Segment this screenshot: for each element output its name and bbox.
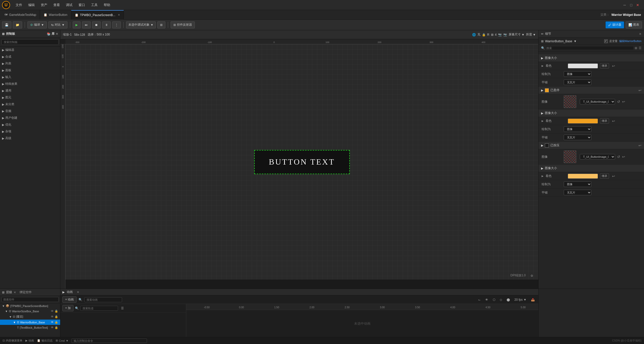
add-track-button[interactable]: + 加 <box>62 305 73 311</box>
category-misc2[interactable]: ▶ 杂项 <box>0 128 60 135</box>
hovered-reset[interactable]: ↩ <box>638 88 641 92</box>
edit-warrior-btn[interactable]: 编辑WarriorButton <box>619 39 641 43</box>
anim-close-button[interactable]: ✕ <box>77 290 79 294</box>
color1-swatch[interactable] <box>568 63 598 68</box>
section-image-size-2[interactable]: ▶ 图像大小 <box>539 109 644 117</box>
text-lock-icon[interactable]: 🔒 <box>55 326 58 329</box>
drawas2-select[interactable]: 图像 <box>564 126 591 132</box>
category-primitive[interactable]: ▶ 图元 <box>0 94 60 101</box>
color3-expand[interactable]: ▶ <box>542 175 544 177</box>
overlay-vis-icon[interactable]: 👁 <box>51 315 54 318</box>
status-output[interactable]: 📋 输出日志 <box>37 339 53 342</box>
props-filter-icon[interactable]: ☰ <box>639 46 641 50</box>
cmd-input[interactable] <box>71 338 147 343</box>
menu-item-tools[interactable]: 工具 <box>89 2 100 8</box>
tab-close-button[interactable]: ✕ <box>118 13 120 17</box>
text-vis-icon[interactable]: 👁 <box>51 326 54 329</box>
tab-pausescreen[interactable]: 📋 TPWBO_PauseScreenB... ✕ <box>71 10 124 20</box>
section-pressed[interactable]: ▶ 已按压 ↩ <box>539 142 644 149</box>
anim-tool-4[interactable]: ◇ <box>498 297 504 302</box>
anim-tool-1[interactable]: ⌙ <box>477 297 482 302</box>
layer-item-sizebox[interactable]: ▼ ⊡ WarriorSizeBox_Base 👁 🔒 <box>0 309 60 314</box>
track-search-input[interactable] <box>80 306 118 311</box>
section-hovered[interactable]: ▶ 已悬停 ↩ <box>539 87 644 94</box>
track-filter-icon[interactable]: ☰ <box>120 306 125 311</box>
layer-item-root[interactable]: ▼ 📦 [TPWBO_PauseScreenButton] <box>0 303 60 309</box>
graph-button[interactable]: 📊 图表 <box>626 21 642 28</box>
menu-item-view[interactable]: 查看 <box>51 2 62 8</box>
button-lock-icon[interactable]: 🔒 <box>55 321 58 324</box>
category-editor[interactable]: ▶ 编辑器 <box>0 47 60 53</box>
debug-target-dropdown[interactable]: 未选中调试对象 ▼ <box>126 21 156 28</box>
color3-inherit[interactable]: 继承 <box>600 173 609 179</box>
canvas-grid[interactable]: Button Text DPI缩放1.0 ⚙ <box>65 44 538 280</box>
category-input[interactable]: ▶ 输入 <box>0 74 60 81</box>
browse-button[interactable]: 📁 <box>13 21 22 28</box>
menu-more-button[interactable]: ⋮ <box>112 21 121 28</box>
category-user[interactable]: ▶ 用户创建 <box>0 114 60 121</box>
category-effects[interactable]: ▶ 特殊效果 <box>0 81 60 87</box>
color3-swatch[interactable] <box>568 174 598 179</box>
controls-close-button[interactable]: ✕ <box>56 32 58 36</box>
layer-item-overlay[interactable]: ▼ ⊡ [覆层] 👁 🔒 <box>0 314 60 320</box>
status-content-scroll[interactable]: ⊡ 内容侧滚菜单 <box>3 339 22 342</box>
play-button[interactable]: ▶ <box>73 21 81 28</box>
anim-tool-3[interactable]: ⬡ <box>491 297 497 302</box>
category-advanced[interactable]: ▶ 高级 <box>0 135 60 142</box>
category-audio[interactable]: ▶ 音频 <box>0 108 60 114</box>
anim-search-input[interactable] <box>84 297 122 302</box>
menu-item-file[interactable]: 文件 <box>13 2 25 8</box>
color1-reset[interactable]: ↩ <box>612 64 615 68</box>
step-button[interactable]: ⏭ <box>82 21 91 28</box>
button-vis-icon[interactable]: 👁 <box>51 321 54 324</box>
section-image-size-3[interactable]: ▶ 图像大小 <box>539 165 644 172</box>
color1-inherit[interactable]: 继承 <box>600 63 609 68</box>
color2-swatch[interactable] <box>568 119 598 124</box>
prop-panel-close[interactable]: ✕ <box>639 32 641 36</box>
pause-button[interactable]: ⏸ <box>102 21 111 28</box>
layers-close-button[interactable]: ✕ <box>14 291 16 294</box>
menu-item-help[interactable]: 帮助 <box>101 2 113 8</box>
layer-item-button[interactable]: ▼ ⊡ WarriorButton_Base 👁 🔒 <box>0 320 60 325</box>
sizebox-vis-icon[interactable]: 👁 <box>51 310 54 313</box>
add-animation-button[interactable]: + 动画 <box>62 296 77 303</box>
reflector-button[interactable]: ⊞ 控件反射器 <box>171 21 195 28</box>
pressed-reset[interactable]: ↩ <box>638 143 641 147</box>
component-dropdown-arrow[interactable]: ▼ <box>574 40 577 43</box>
category-optimize[interactable]: ▶ 优化 <box>0 121 60 128</box>
tiling1-select[interactable]: 无瓦片 <box>564 80 591 85</box>
color2-inherit[interactable]: 继承 <box>600 118 609 124</box>
layer-item-text[interactable]: T [TextBlock_ButtonText] 👁 🔒 <box>0 325 60 330</box>
maximize-button[interactable]: □ <box>629 3 633 7</box>
color2-reset[interactable]: ↩ <box>612 119 615 123</box>
debug-extra-button[interactable]: ⊞ <box>157 21 165 28</box>
is-variable-checkbox[interactable] <box>604 40 608 43</box>
layers-search-input[interactable] <box>2 297 59 302</box>
color3-reset[interactable]: ↩ <box>612 174 615 178</box>
drawas3-select[interactable]: 图像 <box>564 181 591 187</box>
category-misc[interactable]: ▶ 未分类 <box>0 101 60 108</box>
color1-expand[interactable]: ▶ <box>542 64 544 67</box>
canvas-settings-icon[interactable]: ⚙ <box>531 274 533 278</box>
close-button[interactable]: ✕ <box>635 3 640 7</box>
menu-item-asset[interactable]: 资产 <box>38 2 50 8</box>
anim-tool-5[interactable]: ⬤ <box>505 297 511 302</box>
compile-button[interactable]: ⚙ 编译 ▼ <box>27 21 47 28</box>
status-cmd[interactable]: ⊞ Cmd ▼ <box>56 339 68 342</box>
anim-fps-select[interactable]: 20 fps ▼ <box>513 297 528 302</box>
category-list[interactable]: ▶ 列表 <box>0 60 60 67</box>
image-hovered-clear[interactable]: ↩ <box>622 100 625 104</box>
menu-item-window[interactable]: 窗口 <box>76 2 88 8</box>
category-panel[interactable]: ▶ 面板 <box>0 67 60 74</box>
anim-tool-2[interactable]: 👁 <box>484 297 490 302</box>
status-animation[interactable]: ▶ 动画 <box>25 339 34 342</box>
controls-search-input[interactable] <box>2 39 59 45</box>
compare-button[interactable]: ⇆ 对比 ▼ <box>48 21 67 28</box>
image-pressed-select[interactable]: T_UI_ButtonImage_02 <box>580 154 615 160</box>
tab-gamemodetestmap[interactable]: 🗺 GameModeTestMap <box>1 10 40 20</box>
properties-search-input[interactable] <box>546 47 633 50</box>
drawas1-select[interactable]: 图像 <box>564 71 591 77</box>
menu-item-debug[interactable]: 调试 <box>63 2 75 8</box>
stop-button[interactable]: ⏹ <box>92 21 101 28</box>
tiling3-select[interactable]: 无瓦片 <box>564 190 591 195</box>
